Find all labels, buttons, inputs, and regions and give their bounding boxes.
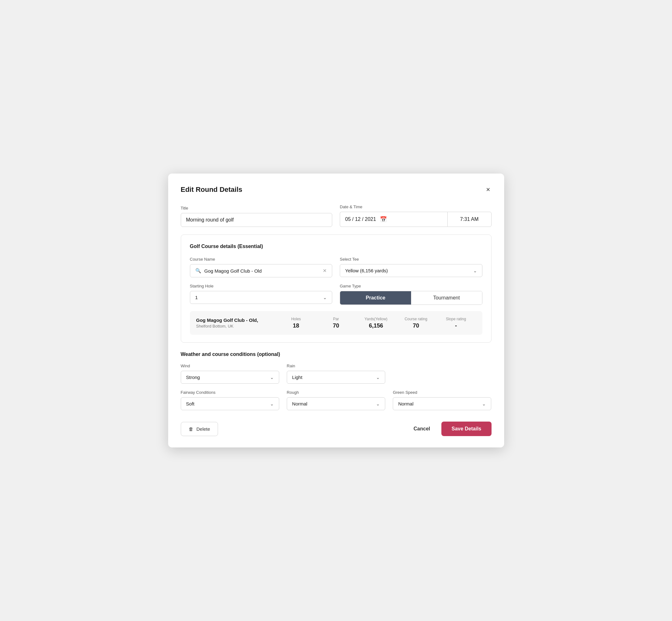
rain-label: Rain: [287, 364, 385, 368]
holes-value: 18: [276, 323, 316, 329]
select-tee-label: Select Tee: [340, 257, 482, 261]
trash-icon: 🗑: [189, 426, 194, 432]
date-input[interactable]: 05 / 12 / 2021 📅: [340, 212, 447, 227]
starting-hole-group: Starting Hole 1 ⌄: [190, 284, 333, 305]
chevron-down-icon-wind: ⌄: [270, 375, 274, 380]
modal-title: Edit Round Details: [181, 185, 243, 194]
title-group: Title: [181, 206, 333, 227]
course-name-value: Gog Magog Golf Club - Old: [204, 268, 320, 274]
chevron-down-icon-hole: ⌄: [323, 295, 327, 300]
par-value: 70: [316, 323, 356, 329]
holes-label: Holes: [276, 317, 316, 321]
fairway-value: Soft: [186, 401, 195, 406]
time-input[interactable]: 7:31 AM: [447, 212, 492, 227]
cancel-button[interactable]: Cancel: [409, 422, 435, 436]
wind-rain-row: Wind Strong ⌄ Rain Light ⌄: [181, 364, 492, 384]
course-name-field: Course Name 🔍 Gog Magog Golf Club - Old …: [190, 257, 333, 277]
delete-label: Delete: [197, 426, 210, 432]
fairway-label: Fairway Conditions: [181, 390, 279, 395]
wind-dropdown[interactable]: Strong ⌄: [181, 371, 279, 384]
time-value: 7:31 AM: [460, 216, 478, 222]
wind-value: Strong: [186, 375, 200, 380]
game-type-label: Game Type: [340, 284, 482, 288]
slope-rating-value: -: [436, 323, 476, 329]
save-button[interactable]: Save Details: [442, 422, 491, 436]
chevron-down-icon-rain: ⌄: [376, 375, 380, 380]
wind-label: Wind: [181, 364, 279, 368]
chevron-down-icon-fairway: ⌄: [270, 401, 274, 406]
select-tee-dropdown[interactable]: Yellow (6,156 yards) ⌄: [340, 264, 482, 277]
fairway-field: Fairway Conditions Soft ⌄: [181, 390, 279, 410]
chevron-down-icon-green: ⌄: [482, 401, 486, 406]
title-datetime-row: Title Date & Time 05 / 12 / 2021 📅 7:31 …: [181, 204, 492, 227]
select-tee-field: Select Tee Yellow (6,156 yards) ⌄: [340, 257, 482, 277]
starting-hole-label: Starting Hole: [190, 284, 333, 288]
starting-hole-field: Starting Hole 1 ⌄: [190, 284, 333, 304]
rain-value: Light: [292, 375, 302, 380]
golf-course-section: Golf Course details (Essential) Course N…: [181, 235, 492, 343]
yards-label: Yards(Yellow): [356, 317, 396, 321]
yards-stat: Yards(Yellow) 6,156: [356, 317, 396, 329]
course-tee-row: Course Name 🔍 Gog Magog Golf Club - Old …: [190, 257, 482, 277]
golf-course-title: Golf Course details (Essential): [190, 244, 482, 249]
close-button[interactable]: ×: [485, 185, 492, 194]
clear-icon[interactable]: ✕: [323, 268, 327, 274]
chevron-down-icon: ⌄: [473, 268, 477, 273]
slope-rating-label: Slope rating: [436, 317, 476, 321]
datetime-row: 05 / 12 / 2021 📅 7:31 AM: [340, 212, 492, 227]
rough-label: Rough: [287, 390, 385, 395]
course-rating-label: Course rating: [396, 317, 436, 321]
course-rating-stat: Course rating 70: [396, 317, 436, 329]
rain-group: Rain Light ⌄: [287, 364, 385, 384]
search-icon: 🔍: [195, 268, 201, 274]
title-label: Title: [181, 206, 333, 210]
course-name-label: Course Name: [190, 257, 333, 261]
chevron-down-icon-rough: ⌄: [376, 401, 380, 406]
game-type-group: Game Type Practice Tournament: [340, 284, 482, 305]
game-type-toggle: Practice Tournament: [340, 291, 482, 305]
delete-button[interactable]: 🗑 Delete: [181, 422, 218, 436]
select-tee-group: Select Tee Yellow (6,156 yards) ⌄: [340, 257, 482, 277]
holes-stat: Holes 18: [276, 317, 316, 329]
yards-value: 6,156: [356, 323, 396, 329]
starting-hole-dropdown[interactable]: 1 ⌄: [190, 291, 333, 304]
rain-dropdown[interactable]: Light ⌄: [287, 371, 385, 384]
green-speed-field: Green Speed Normal ⌄: [393, 390, 491, 410]
rough-value: Normal: [292, 401, 307, 406]
footer-row: 🗑 Delete Cancel Save Details: [181, 419, 492, 436]
green-speed-dropdown[interactable]: Normal ⌄: [393, 397, 491, 410]
calendar-icon: 📅: [380, 216, 387, 223]
rough-dropdown[interactable]: Normal ⌄: [287, 397, 385, 410]
course-name-group: Course Name 🔍 Gog Magog Golf Club - Old …: [190, 257, 333, 277]
wind-group: Wind Strong ⌄: [181, 364, 279, 384]
green-speed-value: Normal: [398, 401, 413, 406]
wind-field: Wind Strong ⌄: [181, 364, 279, 384]
fairway-group: Fairway Conditions Soft ⌄: [181, 390, 279, 410]
green-speed-label: Green Speed: [393, 390, 491, 395]
course-info-row: Gog Magog Golf Club - Old, Shelford Bott…: [190, 311, 482, 335]
footer-right: Cancel Save Details: [409, 422, 492, 436]
course-info-name-block: Gog Magog Golf Club - Old, Shelford Bott…: [196, 318, 276, 329]
date-value: 05 / 12 / 2021: [345, 216, 376, 222]
tournament-button[interactable]: Tournament: [411, 291, 482, 304]
course-info-location: Shelford Bottom, UK: [196, 324, 276, 329]
game-type-field: Game Type Practice Tournament: [340, 284, 482, 305]
weather-section: Weather and course conditions (optional)…: [181, 351, 492, 410]
weather-section-title: Weather and course conditions (optional): [181, 351, 492, 357]
par-stat: Par 70: [316, 317, 356, 329]
modal-header: Edit Round Details ×: [181, 185, 492, 194]
rough-group: Rough Normal ⌄: [287, 390, 385, 410]
par-label: Par: [316, 317, 356, 321]
starting-hole-value: 1: [195, 295, 198, 300]
select-tee-value: Yellow (6,156 yards): [345, 268, 388, 273]
practice-button[interactable]: Practice: [340, 291, 411, 304]
fairway-dropdown[interactable]: Soft ⌄: [181, 397, 279, 410]
title-input[interactable]: [181, 213, 333, 227]
course-name-input[interactable]: 🔍 Gog Magog Golf Club - Old ✕: [190, 264, 333, 277]
course-info-name: Gog Magog Golf Club - Old,: [196, 318, 276, 323]
datetime-group: Date & Time 05 / 12 / 2021 📅 7:31 AM: [340, 204, 492, 227]
rough-field: Rough Normal ⌄: [287, 390, 385, 410]
rain-field: Rain Light ⌄: [287, 364, 385, 384]
fairway-rough-green-row: Fairway Conditions Soft ⌄ Rough Normal ⌄: [181, 390, 492, 410]
green-speed-group: Green Speed Normal ⌄: [393, 390, 491, 410]
